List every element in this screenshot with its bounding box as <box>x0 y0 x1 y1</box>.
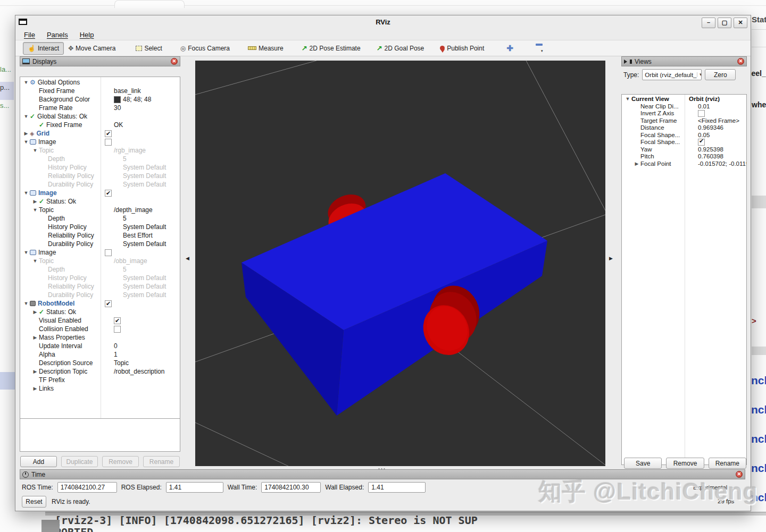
collapse-arrow-icon[interactable]: ▼ <box>22 248 30 257</box>
tree-row[interactable]: Reliability PolicyBest Effort <box>20 231 180 240</box>
collapse-arrow-icon[interactable]: ▼ <box>22 299 30 308</box>
remove-tool-button[interactable]: ▾ <box>531 41 547 55</box>
maximize-button[interactable]: ▢ <box>718 18 731 28</box>
tree-row[interactable]: Durability PolicySystem Default <box>20 291 180 299</box>
tree-row[interactable]: ▼Image <box>20 189 180 197</box>
tree-row[interactable]: Alpha1 <box>20 350 180 359</box>
tree-row[interactable]: ▶✓Status: Ok <box>20 197 180 206</box>
tree-row[interactable]: ▼Topic/rgb_image <box>20 146 180 155</box>
zero-button[interactable]: Zero <box>705 69 736 80</box>
save-button[interactable]: Save <box>624 458 662 469</box>
tree-row[interactable]: Focal Shape...0.05 <box>622 132 746 139</box>
field-value-input[interactable]: 1.41 <box>368 482 426 493</box>
field-value-input[interactable]: 1.41 <box>166 482 223 493</box>
checkbox[interactable] <box>698 139 705 146</box>
expand-arrow-icon[interactable]: ▶ <box>633 161 640 168</box>
expand-arrow-icon[interactable]: ▶ <box>31 384 39 393</box>
tree-row[interactable]: ▼⚙Global Options <box>20 78 180 87</box>
goal-pose-tool-button[interactable]: ↗ 2D Goal Pose <box>372 42 429 54</box>
collapse-left-panel-arrow[interactable]: ◀ <box>186 256 189 261</box>
tree-row[interactable]: TF Prefix <box>20 376 180 384</box>
tree-row[interactable]: Depth5 <box>20 214 180 223</box>
expand-arrow-icon[interactable]: ▶ <box>31 333 39 342</box>
tree-row[interactable]: History PolicySystem Default <box>20 223 180 231</box>
close-icon[interactable]: ✕ <box>736 471 743 478</box>
tree-row[interactable]: Durability PolicySystem Default <box>20 180 180 189</box>
tree-row[interactable]: Depth5 <box>20 155 180 163</box>
collapse-arrow-icon[interactable]: ▼ <box>31 206 39 214</box>
measure-tool-button[interactable]: Measure <box>244 43 288 54</box>
publish-point-tool-button[interactable]: Publish Point <box>436 43 488 54</box>
tree-row[interactable]: ▼Topic/obb_image <box>20 257 180 265</box>
displays-panel-header[interactable]: Displays ✕ <box>20 56 180 66</box>
close-icon[interactable]: ✕ <box>171 58 178 65</box>
title-bar[interactable]: RViz – ▢ ✕ <box>15 15 751 29</box>
checkbox[interactable] <box>105 249 112 256</box>
menu-file[interactable]: File <box>24 31 35 39</box>
tree-row[interactable]: Depth5 <box>20 265 180 274</box>
tree-row[interactable]: Distance0.969346 <box>622 124 746 132</box>
collapse-arrow-icon[interactable]: ▼ <box>31 146 39 155</box>
view-type-dropdown[interactable]: Orbit (rviz_default_ ▼ <box>642 69 702 80</box>
tree-row[interactable]: Description SourceTopic <box>20 359 180 367</box>
field-value-input[interactable]: 1740842100.30 <box>261 482 321 493</box>
collapse-right-panel-arrow[interactable]: ▶ <box>609 256 613 261</box>
close-button[interactable]: ✕ <box>734 18 747 28</box>
menu-panels[interactable]: Panels <box>47 31 68 39</box>
render-viewport-3d[interactable] <box>195 61 605 466</box>
tree-row[interactable]: ▶✓Status: Ok <box>20 308 180 316</box>
tree-row[interactable]: Fixed Framebase_link <box>20 87 180 95</box>
collapse-arrow-icon[interactable]: ▼ <box>22 138 30 146</box>
tree-row[interactable]: Collision Enabled <box>20 325 180 333</box>
tree-row[interactable]: ▶Description Topic/robot_description <box>20 367 180 376</box>
tree-row[interactable]: ▼Image <box>20 248 180 257</box>
tree-row[interactable]: ▼Topic/depth_image <box>20 206 180 214</box>
expand-arrow-icon[interactable]: ▶ <box>31 308 39 316</box>
pose-estimate-tool-button[interactable]: ↗ 2D Pose Estimate <box>297 42 365 54</box>
views-property-tree[interactable]: ▼Current ViewOrbit (rviz)Near Clip Di...… <box>621 94 747 465</box>
tree-row[interactable]: Invert Z Axis <box>622 110 746 117</box>
collapse-arrow-icon[interactable]: ▼ <box>31 257 39 265</box>
reset-button[interactable]: Reset <box>22 496 46 508</box>
tree-row[interactable]: Visual Enabled <box>20 316 180 325</box>
rename-button[interactable]: Rename <box>709 458 746 469</box>
tree-row[interactable]: Durability PolicySystem Default <box>20 240 180 248</box>
interact-tool-button[interactable]: ☝ Interact <box>23 42 64 55</box>
checkbox[interactable] <box>105 139 112 146</box>
tree-row[interactable]: ▼RobotModel <box>20 299 180 308</box>
minimize-button[interactable]: – <box>702 18 715 28</box>
field-value-input[interactable]: 1740842100.27 <box>57 482 117 493</box>
tree-row[interactable]: Frame Rate30 <box>20 104 180 112</box>
displays-property-tree[interactable]: ▼⚙Global OptionsFixed Framebase_linkBack… <box>20 77 180 425</box>
views-panel-header[interactable]: Views ✕ <box>621 56 747 66</box>
close-icon[interactable]: ✕ <box>737 58 744 65</box>
expand-arrow-icon[interactable]: ▶ <box>31 197 39 206</box>
remove-button[interactable]: Remove <box>666 458 704 469</box>
select-tool-button[interactable]: Select <box>131 43 166 54</box>
collapse-arrow-icon[interactable]: ▼ <box>22 78 30 87</box>
tree-row[interactable]: Focal Shape... <box>622 139 746 146</box>
tree-row[interactable]: Target Frame<Fixed Frame> <box>622 117 746 125</box>
tree-row[interactable]: ▼✓Global Status: Ok <box>20 112 180 121</box>
collapse-arrow-icon[interactable]: ▼ <box>22 189 30 197</box>
focus-camera-tool-button[interactable]: ◎ Focus Camera <box>176 43 234 54</box>
expand-arrow-icon[interactable]: ▶ <box>22 129 30 138</box>
checkbox[interactable] <box>105 130 112 137</box>
checkbox[interactable] <box>114 326 121 333</box>
expand-arrow-icon[interactable]: ▶ <box>31 367 39 376</box>
add-button[interactable]: Add <box>20 456 57 467</box>
add-tool-button[interactable]: ✚ <box>502 41 518 55</box>
tree-row[interactable]: Pitch0.760398 <box>622 153 746 161</box>
tree-row[interactable]: History PolicySystem Default <box>20 274 180 282</box>
menu-help[interactable]: Help <box>80 31 94 39</box>
tree-row[interactable]: ▶Links <box>20 384 180 393</box>
tree-row[interactable]: History PolicySystem Default <box>20 163 180 172</box>
tree-row[interactable]: ▼Image <box>20 138 180 146</box>
tree-row[interactable]: ▶Focal Point-0.015702; -0.0119... <box>622 161 746 168</box>
checkbox[interactable] <box>105 300 112 307</box>
color-swatch[interactable] <box>114 96 121 103</box>
tree-row[interactable]: Update Interval0 <box>20 342 180 350</box>
collapse-arrow-icon[interactable]: ▼ <box>22 112 30 121</box>
tree-row[interactable]: ▶◈Grid <box>20 129 180 138</box>
tree-row[interactable]: ▶Mass Properties <box>20 333 180 342</box>
